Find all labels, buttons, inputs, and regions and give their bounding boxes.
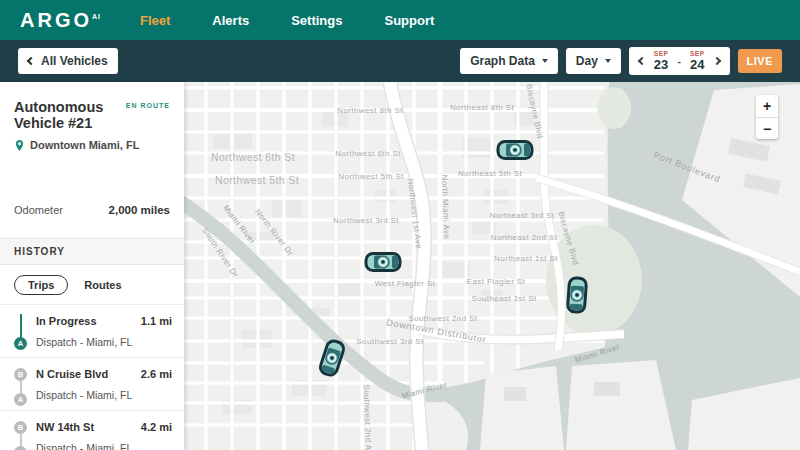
zoom-in-button[interactable]: + xyxy=(756,95,778,117)
logo-text: ARGO xyxy=(20,9,92,31)
trip-title: In Progress xyxy=(36,315,97,327)
vehicle-title: Autonomous Vehicle #21 xyxy=(14,100,120,132)
date-end-day: 24 xyxy=(690,58,704,71)
map-canvas[interactable]: Northwest 8th St Northeast 8th St Northw… xyxy=(184,82,800,450)
trip-row-nw-14th-st[interactable]: B A NW 14th St 4.2 mi Dispatch - Miami, … xyxy=(0,410,184,450)
map[interactable]: Northwest 8th St Northeast 8th St Northw… xyxy=(184,82,800,450)
fleet-app: ARGOAI Fleet Alerts Settings Support All… xyxy=(0,0,800,450)
map-pin-icon xyxy=(14,139,25,152)
nav-tab-fleet[interactable]: Fleet xyxy=(140,13,170,28)
street-label: Southwest 3rd St xyxy=(356,337,424,346)
street-label: Southwest 2nd St xyxy=(408,314,477,323)
street-label: Northwest 8th St xyxy=(337,106,403,115)
date-start-day: 23 xyxy=(654,58,668,71)
street-label: Northeast 3rd St xyxy=(490,211,555,220)
date-range-picker: SEP 23 - SEP 24 xyxy=(629,47,730,76)
main-nav-tabs: Fleet Alerts Settings Support xyxy=(140,13,434,28)
street-label: East Flagler St xyxy=(467,277,526,286)
stop-a-badge: A xyxy=(14,337,27,350)
trip-title: N Cruise Blvd xyxy=(36,368,108,380)
day-dropdown[interactable]: Day xyxy=(566,48,621,74)
content-area: Autonomous Vehicle #21 EN ROUTE Downtown… xyxy=(0,82,800,450)
stop-a-badge: A xyxy=(14,446,27,450)
toolbar: All Vehicles Graph Data Day SEP 23 - SEP xyxy=(0,40,800,82)
street-label: Northeast 2nd St xyxy=(491,233,558,242)
route-line xyxy=(20,314,22,337)
toolbar-right-group: Graph Data Day SEP 23 - SEP 24 xyxy=(460,47,782,76)
zoom-out-button[interactable]: − xyxy=(756,117,778,139)
trip-row-in-progress[interactable]: A In Progress 1.1 mi Dispatch - Miami, F… xyxy=(0,304,184,357)
trip-distance: 2.6 mi xyxy=(141,368,172,380)
trip-rail: A xyxy=(8,314,36,348)
route-line xyxy=(20,380,22,394)
date-separator: - xyxy=(677,55,681,67)
caret-down-icon xyxy=(542,59,548,63)
graph-data-dropdown[interactable]: Graph Data xyxy=(460,48,558,74)
trip-row-n-cruise-blvd[interactable]: B A N Cruise Blvd 2.6 mi Dispatch - Miam… xyxy=(0,357,184,410)
nav-tab-settings[interactable]: Settings xyxy=(291,13,342,28)
vehicle-marker[interactable] xyxy=(366,254,400,271)
vehicle-marker[interactable] xyxy=(498,142,532,159)
tab-trips[interactable]: Trips xyxy=(14,275,68,295)
street-label: Northwest 6th St xyxy=(335,149,401,158)
tab-routes[interactable]: Routes xyxy=(84,279,121,291)
map-zoom-control: + − xyxy=(756,95,778,139)
history-tabs: Trips Routes xyxy=(0,265,184,304)
date-end[interactable]: SEP 24 xyxy=(690,51,705,72)
vehicle-location-row: Downtown Miami, FL xyxy=(0,139,184,152)
nav-tab-support[interactable]: Support xyxy=(385,13,435,28)
live-button[interactable]: LIVE xyxy=(738,49,782,73)
trip-subtitle: Dispatch - Miami, FL xyxy=(36,336,172,348)
all-vehicles-label: All Vehicles xyxy=(41,54,108,68)
logo-ai-sup: AI xyxy=(92,13,101,20)
trip-details: NW 14th St 4.2 mi Dispatch - Miami, FL xyxy=(36,420,172,450)
street-label: Southeast 1st St xyxy=(471,294,536,303)
vehicle-panel: Autonomous Vehicle #21 EN ROUTE Downtown… xyxy=(0,82,184,450)
trip-rail: B A xyxy=(8,367,36,401)
vehicle-marker[interactable] xyxy=(567,277,586,312)
trip-subtitle: Dispatch - Miami, FL xyxy=(36,389,172,401)
trip-details: N Cruise Blvd 2.6 mi Dispatch - Miami, F… xyxy=(36,367,172,401)
odometer-label: Odometer xyxy=(14,204,63,216)
street-label: West Flagler St xyxy=(375,279,436,288)
street-label: Northwest 3rd St xyxy=(333,216,399,225)
street-label: Northwest 5th St xyxy=(215,174,299,186)
day-label: Day xyxy=(576,54,598,68)
odometer-value: 2,000 miles xyxy=(109,204,170,216)
trip-subtitle: Dispatch - Miami, FL xyxy=(36,442,172,450)
small-park xyxy=(597,87,631,129)
date-start[interactable]: SEP 23 xyxy=(654,51,669,72)
trip-distance: 4.2 mi xyxy=(141,421,172,433)
trip-details: In Progress 1.1 mi Dispatch - Miami, FL xyxy=(36,314,172,348)
vehicle-status-badge: EN ROUTE xyxy=(126,102,170,109)
trip-distance: 1.1 mi xyxy=(141,315,172,327)
caret-down-icon xyxy=(605,59,611,63)
trip-title: NW 14th St xyxy=(36,421,94,433)
street-label: Northeast 5th St xyxy=(458,169,523,178)
street-label: Northwest 5th St xyxy=(338,172,404,181)
vehicle-location: Downtown Miami, FL xyxy=(30,139,139,151)
history-heading: HISTORY xyxy=(0,238,184,265)
trip-rail: B A xyxy=(8,420,36,450)
stop-a-badge: A xyxy=(14,393,27,406)
argo-logo[interactable]: ARGOAI xyxy=(20,9,128,32)
graph-data-label: Graph Data xyxy=(470,54,535,68)
street-label: Northeast 1st St xyxy=(494,254,558,263)
street-label: Northeast 8th St xyxy=(450,103,515,112)
route-line xyxy=(20,433,22,447)
nav-tab-alerts[interactable]: Alerts xyxy=(212,13,249,28)
prev-date-button[interactable] xyxy=(638,57,646,65)
top-nav: ARGOAI Fleet Alerts Settings Support xyxy=(0,0,800,40)
vehicle-title-row: Autonomous Vehicle #21 EN ROUTE xyxy=(0,100,184,132)
odometer-row: Odometer 2,000 miles xyxy=(0,204,184,216)
street-label: Northwest 6th St xyxy=(211,151,295,163)
chevron-left-icon xyxy=(27,57,35,65)
all-vehicles-button[interactable]: All Vehicles xyxy=(18,48,118,74)
next-date-button[interactable] xyxy=(712,57,720,65)
